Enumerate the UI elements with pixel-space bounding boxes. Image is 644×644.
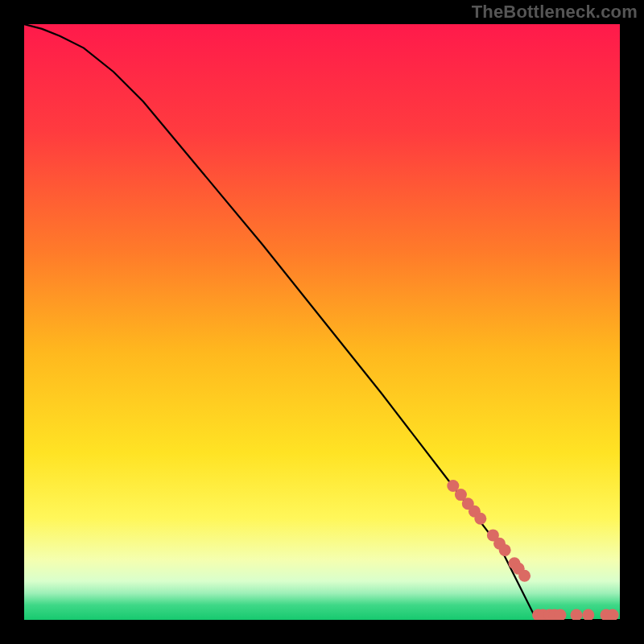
chart-frame: TheBottleneck.com xyxy=(0,0,644,644)
plot-svg xyxy=(24,24,620,620)
data-point xyxy=(518,570,530,582)
scatter-on-floor xyxy=(532,609,619,621)
data-point xyxy=(474,513,486,525)
watermark-text: TheBottleneck.com xyxy=(472,2,638,23)
data-point xyxy=(499,544,511,556)
gradient-background xyxy=(24,24,620,620)
plot-area xyxy=(24,24,620,620)
